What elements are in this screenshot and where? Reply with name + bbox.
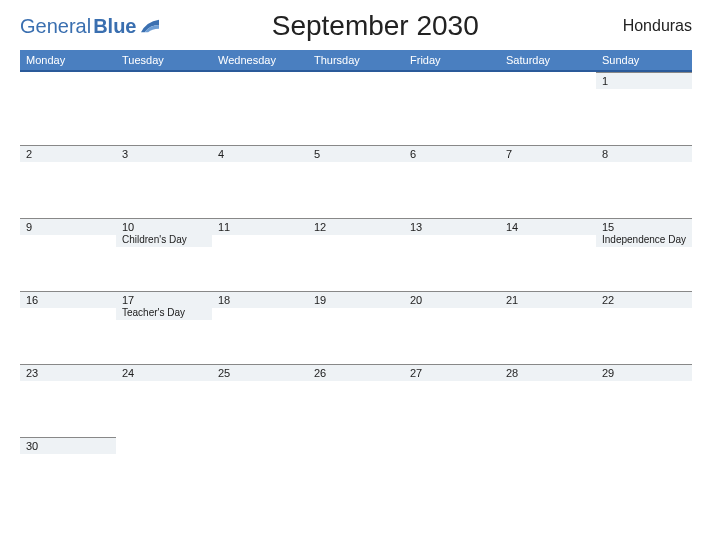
day-cell: 13 [404,218,500,291]
day-body [212,89,308,145]
day-cell: 11 [212,218,308,291]
weekday-header: Friday [404,50,500,70]
day-cell [212,437,308,510]
day-header [116,437,212,454]
day-cell: 21 [500,291,596,364]
day-number: 4 [212,146,308,161]
day-body [212,454,308,510]
day-cell: 17Teacher's Day [116,291,212,364]
day-body [500,454,596,510]
brand-logo: General Blue [20,15,159,38]
day-body [596,89,692,145]
day-header: 2 [20,145,116,162]
day-number: 11 [212,219,308,234]
day-cell: 1 [596,72,692,145]
day-header: 6 [404,145,500,162]
day-cell: 29 [596,364,692,437]
day-header: 19 [308,291,404,308]
day-body [596,162,692,218]
day-header: 26 [308,364,404,381]
day-body [308,381,404,437]
day-cell [404,437,500,510]
week-row: 30 [20,437,692,510]
day-header: 7 [500,145,596,162]
day-header: 28 [500,364,596,381]
day-header: 15Independence Day [596,218,692,247]
day-header: 23 [20,364,116,381]
day-header: 1 [596,72,692,89]
day-cell: 24 [116,364,212,437]
day-header [404,437,500,454]
day-body [500,308,596,364]
day-cell [212,72,308,145]
day-header: 17Teacher's Day [116,291,212,320]
day-number: 24 [116,365,212,380]
day-header [308,72,404,89]
day-cell: 20 [404,291,500,364]
day-cell [116,72,212,145]
day-cell: 4 [212,145,308,218]
day-cell: 23 [20,364,116,437]
day-cell: 12 [308,218,404,291]
week-row: 910Children's Day1112131415Independence … [20,218,692,291]
day-body [20,308,116,364]
day-body [404,381,500,437]
day-cell: 27 [404,364,500,437]
day-body [116,162,212,218]
day-body [596,308,692,364]
country-label: Honduras [592,17,692,35]
day-body [596,381,692,437]
day-body [404,308,500,364]
day-body [116,320,212,364]
day-cell: 16 [20,291,116,364]
day-header: 29 [596,364,692,381]
day-body [212,235,308,291]
day-header: 3 [116,145,212,162]
day-number: 30 [20,438,116,453]
day-cell: 2 [20,145,116,218]
day-body [20,89,116,145]
day-number: 10 [116,219,212,234]
calendar-grid: 12345678910Children's Day1112131415Indep… [20,72,692,510]
day-number: 17 [116,292,212,307]
day-header: 8 [596,145,692,162]
weekday-header: Monday [20,50,116,70]
day-body [308,162,404,218]
page-title: September 2030 [159,10,593,42]
day-number: 12 [308,219,404,234]
day-cell: 6 [404,145,500,218]
day-cell [308,437,404,510]
day-body [596,247,692,291]
day-header: 20 [404,291,500,308]
logo-text-blue: Blue [93,15,136,38]
day-number: 1 [596,73,692,88]
day-number: 5 [308,146,404,161]
day-body [116,454,212,510]
weekday-header: Saturday [500,50,596,70]
week-row: 1 [20,72,692,145]
day-number: 14 [500,219,596,234]
day-number: 25 [212,365,308,380]
day-number: 20 [404,292,500,307]
day-cell: 8 [596,145,692,218]
day-cell: 25 [212,364,308,437]
weekday-header: Sunday [596,50,692,70]
day-header [116,72,212,89]
day-header [596,437,692,454]
day-body [308,89,404,145]
day-cell: 26 [308,364,404,437]
day-body [212,381,308,437]
day-body [500,89,596,145]
day-header: 24 [116,364,212,381]
day-header: 12 [308,218,404,235]
day-number: 27 [404,365,500,380]
day-cell: 19 [308,291,404,364]
day-number: 15 [596,219,692,234]
day-body [116,89,212,145]
day-cell: 30 [20,437,116,510]
day-body [116,381,212,437]
day-header: 14 [500,218,596,235]
weekday-header: Wednesday [212,50,308,70]
day-header: 18 [212,291,308,308]
day-number: 3 [116,146,212,161]
